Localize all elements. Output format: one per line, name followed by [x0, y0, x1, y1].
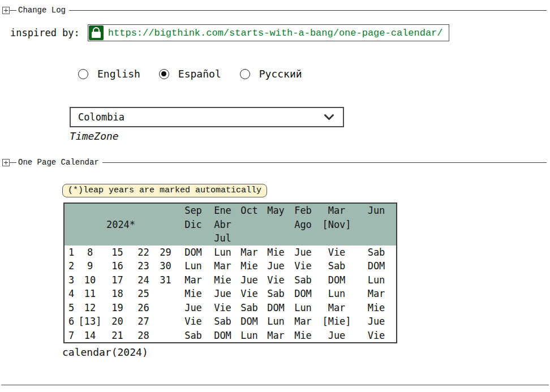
calendar-cell: Mie — [177, 287, 209, 301]
calendar-cell: Mar — [263, 329, 289, 343]
calendar-cell: 6 — [64, 315, 78, 329]
calendar-row: 5121926JueVieSabDOMLunMarMie — [64, 301, 397, 315]
calendar-cell: DOM — [236, 315, 263, 329]
calendar-cell: 28 — [133, 329, 154, 343]
calendar-month-column-header: May — [263, 203, 289, 245]
calendar-cell: Vie — [356, 329, 397, 343]
calendar-cell: Lun — [236, 329, 263, 343]
calendar-cell: 14 — [78, 329, 102, 343]
calendar-cell: Lun — [289, 301, 317, 315]
calendar-cell: 12 — [78, 301, 102, 315]
calendar-month-column-header: FebAgo — [289, 203, 317, 245]
radio-label-english: English — [97, 68, 140, 80]
calendar-cell: 15 — [102, 245, 133, 260]
radio-english[interactable] — [78, 69, 88, 79]
language-option-english[interactable]: English — [78, 68, 140, 80]
calendar-month-column-header: SepDic — [177, 203, 209, 245]
calendar-cell: 20 — [102, 315, 133, 329]
calendar-cell: Sab — [263, 287, 289, 301]
calendar-cell — [154, 287, 177, 301]
calendar-cell: DOM — [263, 301, 289, 315]
calendar-cell: 8 — [78, 245, 102, 260]
expand-one-page-calendar-icon[interactable] — [2, 159, 10, 166]
bottom-divider — [1, 385, 549, 386]
calendar-cell: 11 — [78, 287, 102, 301]
calendar-cell — [154, 315, 177, 329]
calendar-month-column-header: Jun — [356, 203, 397, 245]
timezone-label: TimeZone — [70, 130, 119, 142]
calendar-cell: Vie — [177, 315, 209, 329]
calendar-cell: Sab — [209, 315, 236, 329]
calendar-cell: Mar — [356, 287, 397, 301]
calendar-cell: Sab — [236, 301, 263, 315]
calendar-cell: 9 — [78, 259, 102, 273]
calendar-cell: Sab — [356, 245, 397, 260]
radio-label-espanol: Español — [178, 68, 221, 80]
chevron-down-icon — [324, 114, 334, 120]
calendar-cell: DOM — [356, 259, 397, 273]
calendar-row: 29162330LunMarMieJueVieSabDOM — [64, 259, 397, 273]
calendar-cell: 26 — [133, 301, 154, 315]
calendar-cell: Mar — [236, 245, 263, 260]
calendar-cell: DOM — [317, 273, 356, 287]
calendar-cell: Mar — [289, 315, 317, 329]
calendar-cell: Jue — [236, 273, 263, 287]
timezone-selected-value: Colombia — [78, 111, 324, 123]
calendar-cell: 31 — [154, 273, 177, 287]
radio-espanol[interactable] — [159, 69, 169, 79]
calendar-cell: DOM — [177, 245, 209, 260]
calendar-cell: Lun — [317, 287, 356, 301]
calendar-cell: 5 — [64, 301, 78, 315]
calendar-month-column-header: EneAbrJul — [209, 203, 236, 245]
one-page-calendar-section-header: One Page Calendar — [2, 158, 547, 167]
calendar-table: 2024*SepDicEneAbrJulOctMayFebAgoMar[Nov]… — [63, 203, 397, 343]
calendar-cell: Jue — [209, 287, 236, 301]
calendar-cell: 1 — [64, 245, 78, 260]
divider — [10, 10, 16, 11]
calendar-row: 7142128SabDOMLunMarMieJueVie — [64, 329, 397, 343]
calendar-cell: Lun — [263, 315, 289, 329]
calendar-cell: Lun — [177, 259, 209, 273]
change-log-section-label: Change Log — [16, 6, 69, 15]
calendar-cell — [154, 329, 177, 343]
inspired-url-link[interactable]: https://bigthink.com/starts-with-a-bang/… — [88, 24, 449, 41]
calendar-cell: [13] — [78, 315, 102, 329]
calendar-cell: 16 — [102, 259, 133, 273]
change-log-section-header: Change Log — [2, 6, 547, 15]
calendar-cell: Sab — [317, 259, 356, 273]
calendar-cell: DOM — [209, 329, 236, 343]
calendar-cell: Mar — [177, 273, 209, 287]
lock-icon — [89, 25, 104, 40]
divider — [69, 10, 547, 11]
calendar-cell: Mie — [263, 245, 289, 260]
calendar-cell: 7 — [64, 329, 78, 343]
calendar-cell: Sab — [289, 273, 317, 287]
calendar-cell: Jue — [289, 245, 317, 260]
calendar-cell: 23 — [133, 259, 154, 273]
calendar-cell: Jue — [356, 315, 397, 329]
calendar-year-cell: 2024* — [64, 203, 177, 245]
calendar-cell: Mie — [209, 273, 236, 287]
calendar-cell: Lun — [209, 245, 236, 260]
calendar-cell: 2 — [64, 259, 78, 273]
calendar-cell: 22 — [133, 245, 154, 260]
calendar-cell: Vie — [263, 273, 289, 287]
one-page-calendar-section-label: One Page Calendar — [16, 158, 102, 167]
calendar-cell: Vie — [236, 287, 263, 301]
calendar-cell: [Mie] — [317, 315, 356, 329]
calendar-cell: Jue — [317, 329, 356, 343]
timezone-select[interactable]: Colombia — [70, 107, 344, 127]
calendar-cell: 19 — [102, 301, 133, 315]
calendar-header: 2024*SepDicEneAbrJulOctMayFebAgoMar[Nov]… — [64, 203, 397, 245]
radio-russian[interactable] — [240, 69, 250, 79]
radio-label-russian: Русский — [259, 68, 302, 80]
calendar-body: 18152229DOMLunMarMieJueVieSab29162330Lun… — [64, 245, 397, 343]
calendar-cell: 17 — [102, 273, 133, 287]
calendar-cell: 25 — [133, 287, 154, 301]
expand-change-log-icon[interactable] — [2, 7, 10, 14]
calendar-row: 6[13]2027VieSabDOMLunMar[Mie]Jue — [64, 315, 397, 329]
calendar-month-column-header: Mar[Nov] — [317, 203, 356, 245]
language-option-espanol[interactable]: Español — [159, 68, 221, 80]
language-option-russian[interactable]: Русский — [240, 68, 302, 80]
calendar-cell: Jue — [263, 259, 289, 273]
